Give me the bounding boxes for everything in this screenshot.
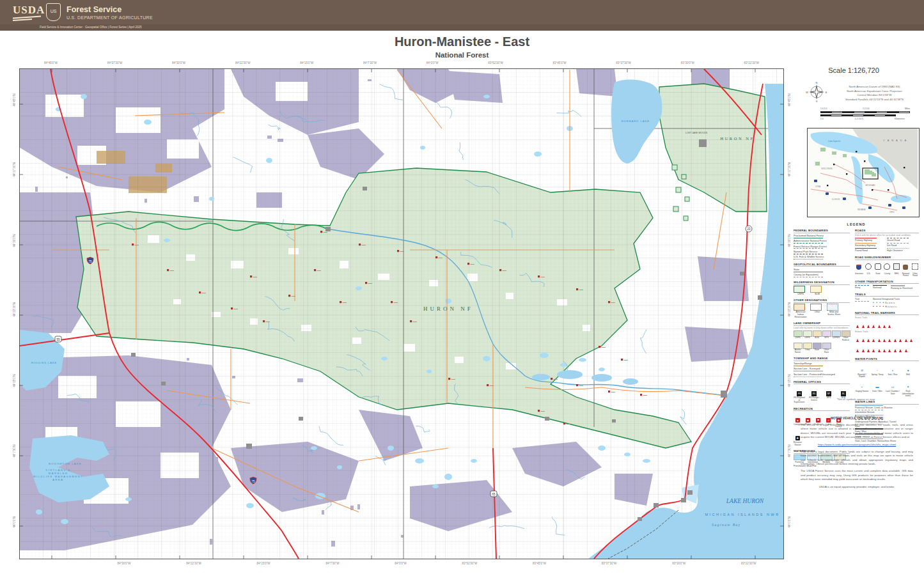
legend-trails: TRAILS Trail National Designated Trails …: [855, 293, 919, 308]
legend-roads: ROADS Check with the district office for…: [855, 229, 919, 252]
legend-box-item: American Indian Reservation: [794, 304, 808, 318]
mvum-footer: USDA is an equal opportunity provider, e…: [801, 485, 913, 489]
header-subbar: Field Service & Innovation Center · Geos…: [0, 24, 924, 31]
historic-trail-markers: [855, 334, 919, 354]
inset-lake-erie: [891, 195, 911, 203]
map-subtitle: National Forest: [0, 51, 924, 59]
header-bar: [0, 0, 924, 24]
m65-shield: 65: [490, 491, 497, 497]
shield-icon-item: Other Road: [911, 261, 919, 277]
coord-label: 84°30'0"W: [117, 562, 130, 565]
wisconsin-label: WISCONSIN: [821, 167, 832, 170]
svg-text:65: 65: [492, 493, 496, 496]
water-point-item: ▪Gaging Station: [855, 379, 869, 397]
coord-label: 84°15'0"W: [257, 562, 270, 565]
miles-bar: [820, 111, 910, 113]
legend-item: National Park Service: [794, 250, 850, 254]
latitude-labels-left: 44°45'0"N44°37'30"N44°30'0"N44°22'30"N44…: [11, 68, 17, 559]
coord-label: 44°37'30"N: [13, 171, 16, 177]
transport-item: Runway or Racetrack: [891, 285, 912, 290]
road-item: Primary Highway: [855, 238, 887, 242]
coord-label: 84°30'0"W: [172, 61, 185, 65]
huron-nf-label: HURON NF: [423, 306, 473, 312]
svg-text:AREA: AREA: [52, 478, 63, 481]
coord-label: 83°37'30"W: [616, 61, 631, 65]
legend-item: Section Line - Surveyed: [794, 367, 850, 371]
page: { "header": { "usda": "USDA", "shield_mo…: [0, 0, 924, 574]
huron-nf-ne-label: HURON NF: [720, 136, 754, 141]
township-grid: [20, 69, 783, 559]
legend-item: Section Line - Protracted/Unsurveyed: [794, 373, 850, 377]
ohio-label: OHIO: [889, 211, 895, 213]
coord-label: 84°37'30"W: [107, 61, 123, 65]
hubbard-lake-label: HUBBARD LAKE: [622, 120, 650, 123]
ndt-item: National Designated Trails • • • • Sceni…: [873, 298, 900, 308]
office-icon-item: FSFS Regional or Supervisors: [794, 385, 805, 404]
mvum-paragraph: The USDA Forest Service uses the most cu…: [801, 469, 913, 481]
road-item: Paved Road: [855, 248, 887, 252]
legend-item: Forest Service Ranger District: [794, 245, 850, 249]
water-point-item: ●Well: [901, 362, 915, 378]
legend-title: LEGEND: [794, 222, 919, 226]
mvum-paragraph: This is not a legal document. Public lan…: [801, 450, 913, 467]
office-icon-item: RDFS Ranger District: [808, 385, 820, 404]
coord-label: 44°45'0"N: [13, 100, 16, 107]
coord-label: 84°15'0"W: [300, 61, 313, 65]
saginaw-bay-label: Saginaw Bay: [712, 523, 740, 527]
coord-label: 83°52'30"W: [462, 562, 478, 565]
mvum-link[interactable]: https://www.fs.usda.gov/recreation/progr…: [818, 443, 896, 446]
ownership-swatch: USFS: [794, 330, 802, 342]
shield-icon-item: National Forest: [902, 261, 909, 277]
legend-item: Proclaimed National Forest: [794, 234, 850, 238]
coord-label: 84°22'30"W: [235, 61, 251, 65]
legend-box-item: Other: [810, 304, 824, 318]
legend-box-item: BLM: [810, 286, 824, 295]
michigan-islands-label: MICHIGAN ISLANDS NWR: [705, 513, 779, 516]
map-canvas[interactable]: 75 75 23 55 65 HURON NF HURON NF LAKE HU…: [19, 68, 784, 559]
legend-federal-boundaries: FEDERAL BOUNDARIES Proclaimed National F…: [794, 229, 850, 260]
higgins-lake-label: HIGGINS LAKE: [31, 361, 57, 364]
coord-label: 44°7'30"N: [13, 451, 16, 457]
forest-service-shield-icon: US: [46, 3, 61, 21]
coord-label: 83°52'30"W: [488, 61, 503, 65]
michigan-label: MICHIGAN: [866, 184, 875, 187]
water-point-item: ▭Lock Chamber / Gate: [886, 379, 900, 397]
canada-label: C A N A D A: [883, 139, 907, 142]
road-item: Secondary Highway: [855, 243, 887, 247]
legend-item: Administrative National Forest: [794, 239, 850, 244]
ownership-swatch: Alaska Native: [794, 343, 802, 354]
ownership-swatch: State: [813, 343, 821, 354]
legend-water-points: WATER POINTS ≋Waterfall / Rapids◦Spring …: [855, 357, 919, 397]
usda-logo: USDA: [13, 4, 45, 17]
usda-logo-bars: [13, 17, 41, 21]
office-icon-item: NPNPS: [823, 385, 834, 404]
m55-shield: 55: [55, 336, 61, 342]
coord-label: 83°30'0"W: [681, 61, 694, 65]
coord-label: 84°0'0"W: [427, 61, 439, 65]
ownership-swatch: Tribal: [803, 343, 811, 354]
legend-trail-markers: NATIONAL TRAIL MARKERS Scenic Trails His…: [855, 311, 919, 354]
svg-text:23: 23: [747, 228, 751, 231]
illinois-label: ILLINOIS: [832, 198, 840, 201]
topographic-map: 75 75 23 55 65 HURON NF HURON NF LAKE HU…: [20, 69, 783, 559]
agency-name: Forest Service: [67, 5, 121, 14]
water-line-item: Intermittent Stream: [855, 410, 919, 414]
legend-item: Township/Range: [794, 362, 850, 366]
coord-label: 83°22'30"W: [744, 61, 759, 65]
coord-label: 44°15'0"N: [13, 381, 16, 387]
legend-footnote: *Not all symbols appear on map.: [794, 398, 919, 401]
water-point-item: ◗Sink / Rise: [886, 362, 900, 378]
locator-inset-map: C A N A D A Lake Superior MICHIGAN WISCO…: [807, 128, 920, 217]
coord-label: 84°7'30"W: [363, 61, 377, 65]
water-point-item: ≋Waterfall / Rapids: [855, 362, 869, 378]
coord-label: 83°30'0"W: [672, 562, 685, 565]
svg-text:75: 75: [88, 260, 92, 263]
department-name: U.S. DEPARTMENT OF AGRICULTURE: [67, 15, 153, 20]
mvum-paragraph: The MVUM is a legal enforceable document…: [801, 423, 913, 440]
coord-label: 84°7'30"W: [325, 562, 339, 565]
coord-label: 83°45'0"W: [553, 61, 567, 65]
iowa-label: IOWA: [815, 185, 820, 188]
houghton-lake-label: HOUGHTON LAKE: [49, 462, 82, 465]
coord-label: 44°30'0"N: [788, 240, 791, 247]
coord-label: 44°22'30"N: [788, 311, 791, 317]
